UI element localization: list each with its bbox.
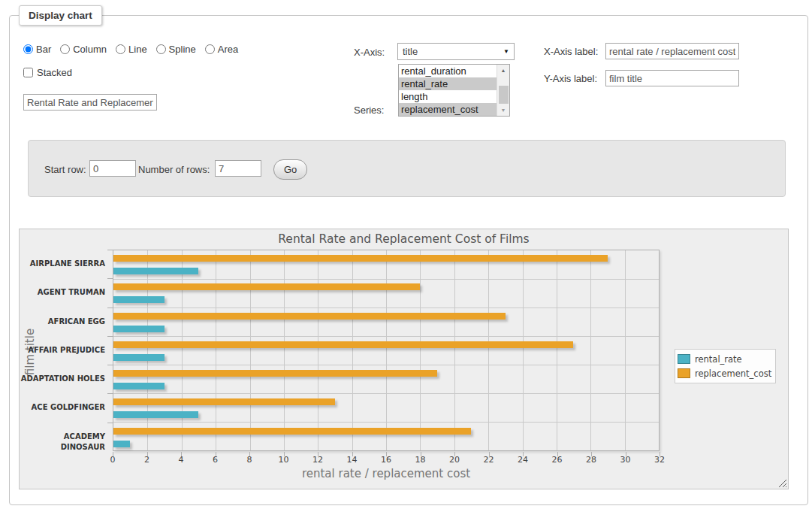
gridline-vertical xyxy=(523,250,524,450)
stacked-option[interactable]: Stacked xyxy=(23,67,72,78)
stacked-checkbox[interactable] xyxy=(23,68,33,77)
y-axis-label-input[interactable] xyxy=(605,70,739,86)
bar-replacement_cost xyxy=(113,255,608,262)
start-row-input[interactable] xyxy=(89,160,136,177)
chart-type-radio-group: BarColumnLineSplineArea xyxy=(23,44,244,55)
legend-swatch-rental_rate xyxy=(678,354,690,364)
bar-rental_rate xyxy=(113,441,130,447)
x-axis-selected-value: title xyxy=(403,46,418,57)
bar-replacement_cost xyxy=(113,428,471,435)
chart-type-option-bar[interactable]: Bar xyxy=(23,44,51,55)
series-option[interactable]: rental_duration xyxy=(399,65,497,77)
x-axis-label-input[interactable] xyxy=(605,43,739,59)
x-tick-mark xyxy=(557,452,558,456)
category-label: AFFAIR PREJUDICE xyxy=(20,345,105,356)
legend-row: replacement_cost xyxy=(678,366,771,380)
gridline-horizontal xyxy=(113,393,659,394)
chart-type-option-spline[interactable]: Spline xyxy=(156,44,196,55)
gridline-vertical xyxy=(284,250,285,450)
bar-rental_rate xyxy=(113,268,198,274)
radio-bar[interactable] xyxy=(23,44,33,54)
category-label: AFRICAN EGG xyxy=(20,317,105,327)
gridline-vertical xyxy=(182,250,183,450)
y-tick-mark xyxy=(107,250,113,250)
category-label: ADAPTATION HOLES xyxy=(20,374,105,384)
radio-area[interactable] xyxy=(205,44,215,54)
series-option[interactable]: length xyxy=(399,90,497,103)
row-range-box: Start row: Number of rows: Go xyxy=(28,140,786,197)
gridline-horizontal xyxy=(113,336,659,337)
chart-title: Rental Rate and Replacement Cost of Film… xyxy=(20,232,788,246)
legend-swatch-replacement_cost xyxy=(678,368,690,378)
legend-label: rental_rate xyxy=(695,354,742,365)
bar-rental_rate xyxy=(113,411,198,418)
y-tick-mark xyxy=(107,393,113,394)
chart-title-input[interactable] xyxy=(23,94,157,111)
bar-rental_rate xyxy=(113,354,165,361)
gridline-vertical xyxy=(216,250,216,450)
chart-legend: rental_ratereplacement_cost xyxy=(675,349,776,383)
gridline-vertical xyxy=(420,250,421,450)
x-tick-mark xyxy=(454,452,455,456)
radio-label: Bar xyxy=(36,44,51,55)
display-chart-panel: Display chart BarColumnLineSplineArea St… xyxy=(9,15,808,505)
x-tick-mark xyxy=(626,452,626,456)
radio-line[interactable] xyxy=(116,44,125,54)
series-option[interactable]: rental_rate xyxy=(399,77,497,90)
chart-type-option-column[interactable]: Column xyxy=(60,44,107,55)
radio-label: Column xyxy=(73,44,107,55)
y-axis-label-field-label: Y-Axis label: xyxy=(544,73,597,84)
number-of-rows-input[interactable] xyxy=(215,160,261,177)
bar-rental_rate xyxy=(113,326,165,332)
listbox-scrollbar[interactable]: ▲ ▼ xyxy=(497,65,509,116)
gridline-vertical xyxy=(590,250,591,450)
chart-type-option-area[interactable]: Area xyxy=(205,44,238,55)
gridline-horizontal xyxy=(113,422,659,423)
chart-type-option-line[interactable]: Line xyxy=(116,44,147,55)
x-tick-mark xyxy=(523,452,524,456)
gridline-vertical xyxy=(557,250,557,450)
category-label: AIRPLANE SIERRA xyxy=(20,259,105,269)
series-option[interactable]: replacement_cost xyxy=(399,103,497,116)
series-listbox[interactable]: rental_durationrental_ratelengthreplacem… xyxy=(398,64,510,117)
y-tick-mark xyxy=(107,365,113,365)
go-button[interactable]: Go xyxy=(273,159,307,180)
number-of-rows-label: Number of rows: xyxy=(138,164,210,175)
resize-grip-icon[interactable] xyxy=(777,478,786,487)
legend-label: replacement_cost xyxy=(695,368,771,379)
radio-label: Line xyxy=(128,44,147,55)
x-tick-mark xyxy=(352,452,353,456)
y-tick-mark xyxy=(107,423,113,423)
x-tick-mark xyxy=(421,452,421,456)
x-tick-mark xyxy=(489,452,490,456)
scrollbar-thumb[interactable] xyxy=(499,86,509,104)
gridline-horizontal xyxy=(113,279,659,280)
x-tick-mark xyxy=(318,452,318,456)
scroll-down-icon[interactable]: ▼ xyxy=(497,105,509,116)
bar-replacement_cost xyxy=(113,283,420,290)
bar-rental_rate xyxy=(113,383,165,389)
series-select-label: Series: xyxy=(354,105,384,116)
radio-label: Spline xyxy=(169,44,196,55)
start-row-label: Start row: xyxy=(44,164,86,175)
scroll-up-icon[interactable]: ▲ xyxy=(497,65,509,76)
x-axis-title: rental rate / replacement cost xyxy=(113,467,660,480)
x-tick-mark xyxy=(249,452,250,456)
x-tick-mark xyxy=(113,452,113,456)
y-tick-mark xyxy=(107,308,113,308)
radio-spline[interactable] xyxy=(156,44,166,54)
category-label: ACE GOLDFINGER xyxy=(20,402,105,413)
radio-column[interactable] xyxy=(60,44,70,54)
category-label: AGENT TRUMAN xyxy=(20,287,105,298)
gridline-vertical xyxy=(147,250,148,450)
gridline-vertical xyxy=(488,250,489,450)
x-axis-select[interactable]: title ▼ xyxy=(397,43,515,60)
stacked-label: Stacked xyxy=(37,67,72,78)
gridline-vertical xyxy=(625,250,626,450)
legend-row: rental_rate xyxy=(678,352,771,366)
bar-replacement_cost xyxy=(113,341,573,348)
plot-area xyxy=(113,250,660,451)
bar-replacement_cost xyxy=(113,370,437,377)
x-tick-mark xyxy=(386,452,387,456)
chart-canvas: Rental Rate and Replacement Cost of Film… xyxy=(19,229,789,489)
